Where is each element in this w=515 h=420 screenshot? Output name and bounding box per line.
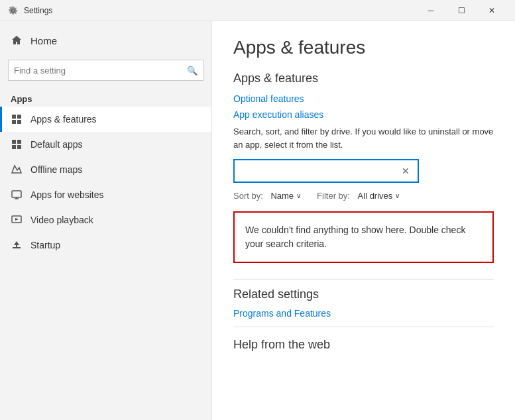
related-settings-title: Related settings: [233, 288, 494, 301]
programs-features-link[interactable]: Programs and Features: [233, 308, 494, 319]
sidebar-item-startup[interactable]: Startup: [0, 233, 211, 258]
svg-rect-0: [12, 115, 16, 119]
sidebar-item-default-apps[interactable]: Default apps: [0, 132, 211, 157]
sidebar-search-box[interactable]: 🔍: [8, 60, 203, 81]
page-title: Apps & features: [233, 37, 494, 58]
sidebar: Home 🔍 Apps Apps & features: [0, 21, 212, 420]
close-button[interactable]: ✕: [477, 0, 507, 21]
window-title: Settings: [24, 6, 52, 15]
apps-websites-icon: [11, 189, 23, 201]
svg-rect-5: [17, 140, 21, 144]
svg-marker-8: [12, 166, 21, 173]
svg-rect-9: [12, 191, 21, 197]
sidebar-search-icon: 🔍: [187, 66, 198, 76]
home-icon: [11, 34, 23, 46]
sidebar-item-apps-websites[interactable]: Apps for websites: [0, 182, 211, 207]
sidebar-item-apps-features[interactable]: Apps & features: [0, 107, 211, 132]
apps-features-label: Apps & features: [30, 114, 97, 125]
minimize-button[interactable]: ─: [416, 0, 446, 21]
sidebar-search-input[interactable]: [14, 66, 187, 76]
description-text: Search, sort, and filter by drive. If yo…: [233, 125, 494, 151]
divider-1: [233, 279, 494, 280]
home-label: Home: [30, 35, 57, 46]
offline-maps-label: Offline maps: [30, 164, 82, 175]
title-bar-controls: ─ ☐ ✕: [416, 0, 507, 21]
svg-rect-7: [17, 145, 21, 149]
filter-by-item[interactable]: Filter by: All drives ∨: [317, 191, 400, 201]
main-content: Apps & features Apps & features Optional…: [212, 21, 515, 420]
video-playback-label: Video playback: [30, 215, 93, 225]
title-bar: Settings ─ ☐ ✕: [0, 0, 515, 21]
no-results-text: We couldn't find anything to show here. …: [245, 225, 465, 249]
apps-websites-label: Apps for websites: [30, 189, 104, 200]
svg-marker-13: [15, 218, 19, 221]
filter-label: Filter by:: [317, 191, 350, 201]
startup-icon: [11, 239, 23, 251]
title-bar-left: Settings: [8, 5, 52, 16]
apps-features-icon: [11, 113, 23, 125]
filter-dropdown-arrow: ∨: [395, 192, 400, 199]
clear-search-button[interactable]: ✕: [399, 166, 412, 176]
sort-by-item[interactable]: Sort by: Name ∨: [233, 191, 301, 201]
maximize-button[interactable]: ☐: [446, 0, 477, 21]
app-execution-aliases-link[interactable]: App execution aliases: [233, 109, 494, 120]
divider-2: [233, 327, 494, 327]
sort-dropdown-arrow: ∨: [296, 192, 301, 199]
sort-label: Sort by:: [233, 191, 263, 201]
svg-rect-1: [17, 115, 21, 119]
video-playback-icon: [11, 214, 23, 226]
svg-rect-14: [13, 247, 21, 248]
optional-features-link[interactable]: Optional features: [233, 93, 494, 104]
no-results-box: We couldn't find anything to show here. …: [233, 211, 494, 263]
svg-rect-2: [12, 120, 16, 124]
sidebar-item-offline-maps[interactable]: Offline maps: [0, 157, 211, 182]
section-title: Apps & features: [233, 72, 494, 85]
help-web-title: Help from the web: [233, 338, 494, 352]
offline-maps-icon: [11, 164, 23, 176]
sidebar-item-video-playback[interactable]: Video playback: [0, 207, 211, 233]
svg-rect-4: [12, 140, 16, 144]
home-nav-item[interactable]: Home: [0, 26, 211, 54]
default-apps-label: Default apps: [30, 139, 83, 150]
filter-value: All drives: [358, 191, 393, 201]
sort-value: Name: [270, 191, 294, 201]
svg-marker-15: [14, 241, 19, 247]
startup-label: Startup: [30, 240, 60, 250]
sidebar-section-label: Apps: [0, 86, 211, 107]
settings-window-icon: [8, 5, 19, 16]
sort-filter-row: Sort by: Name ∨ Filter by: All drives ∨: [233, 191, 494, 201]
app-search-input[interactable]: Nahimic 2: [240, 166, 399, 176]
svg-rect-6: [12, 145, 16, 149]
svg-rect-3: [17, 120, 21, 124]
app-search-box[interactable]: Nahimic 2 ✕: [233, 159, 419, 183]
app-search-row: Nahimic 2 ✕: [233, 159, 494, 183]
app-container: Home 🔍 Apps Apps & features: [0, 21, 515, 420]
default-apps-icon: [11, 138, 23, 150]
